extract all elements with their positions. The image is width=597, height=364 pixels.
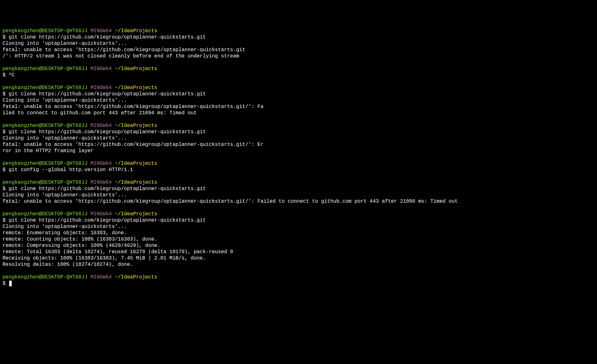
prompt-path: ~/IdeaProjects bbox=[115, 85, 157, 91]
prompt-symbol: $ bbox=[3, 129, 6, 135]
output-line: Cloning into 'optaplanner-quickstarts'..… bbox=[3, 192, 594, 198]
output-line: remote: Enumerating objects: 16383, done… bbox=[3, 230, 594, 236]
prompt-mingw: MINGW64 bbox=[90, 28, 112, 34]
prompt-user-host: pengkangzhen@DESKTOP-QHT68JJ bbox=[3, 85, 88, 91]
prompt-user-host: pengkangzhen@DESKTOP-QHT68JJ bbox=[3, 161, 88, 166]
cursor bbox=[9, 281, 12, 286]
command-text: git clone https://github.com/kiegroup/op… bbox=[9, 91, 206, 97]
prompt-user-host: pengkangzhen@DESKTOP-QHT68JJ bbox=[3, 180, 88, 185]
output-line: remote: Total 16383 (delta 10274), reuse… bbox=[3, 249, 594, 255]
prompt-symbol: $ bbox=[3, 91, 6, 97]
command-text: git clone https://github.com/kiegroup/op… bbox=[9, 34, 206, 40]
output-line: remote: Counting objects: 100% (16383/16… bbox=[3, 236, 594, 242]
command-line: $ git clone https://github.com/kiegroup/… bbox=[3, 34, 594, 40]
output-line: ror in the HTTP2 framing layer bbox=[3, 148, 594, 154]
command-line: $ ^C bbox=[3, 72, 594, 78]
prompt-mingw: MINGW64 bbox=[90, 66, 112, 72]
command-text: ^C bbox=[9, 72, 15, 78]
output-line: Cloning into 'optaplanner-quickstarts'..… bbox=[3, 135, 594, 141]
prompt-symbol: $ bbox=[3, 34, 6, 40]
prompt-mingw: MINGW64 bbox=[90, 161, 112, 166]
prompt-path: ~/IdeaProjects bbox=[115, 123, 157, 128]
prompt-user-host: pengkangzhen@DESKTOP-QHT68JJ bbox=[3, 66, 88, 72]
output-line: fatal: unable to access 'https://github.… bbox=[3, 104, 594, 110]
prompt-path: ~/IdeaProjects bbox=[115, 66, 157, 72]
output-line: Cloning into 'optaplanner-quickstarts'..… bbox=[3, 224, 594, 230]
output-line: remote: Compressing objects: 100% (4629/… bbox=[3, 242, 594, 249]
blank-line bbox=[3, 173, 594, 179]
output-line: fatal: unable to access 'https://github.… bbox=[3, 47, 594, 53]
prompt-path: ~/IdeaProjects bbox=[115, 274, 157, 280]
command-line: $ git config --global http.version HTTP/… bbox=[3, 167, 594, 173]
command-text: git config --global http.version HTTP/1.… bbox=[9, 167, 133, 173]
prompt-line: pengkangzhen@DESKTOP-QHT68JJ MINGW64 ~/I… bbox=[3, 274, 594, 280]
command-text: git clone https://github.com/kiegroup/op… bbox=[9, 186, 206, 192]
prompt-symbol: $ bbox=[3, 167, 6, 173]
prompt-mingw: MINGW64 bbox=[90, 274, 112, 280]
output-line: fatal: unable to access 'https://github.… bbox=[3, 198, 594, 205]
prompt-line: pengkangzhen@DESKTOP-QHT68JJ MINGW64 ~/I… bbox=[3, 179, 594, 186]
blank-line bbox=[3, 154, 594, 160]
prompt-symbol: $ bbox=[3, 218, 6, 223]
command-line: $ git clone https://github.com/kiegroup/… bbox=[3, 186, 594, 192]
command-line: $ git clone https://github.com/kiegroup/… bbox=[3, 91, 594, 97]
output-line: Resolving deltas: 100% (10274/10274), do… bbox=[3, 261, 594, 268]
prompt-path: ~/IdeaProjects bbox=[115, 28, 157, 34]
prompt-symbol: $ bbox=[3, 72, 6, 78]
prompt-mingw: MINGW64 bbox=[90, 123, 112, 128]
prompt-path: ~/IdeaProjects bbox=[115, 180, 157, 185]
prompt-line: pengkangzhen@DESKTOP-QHT68JJ MINGW64 ~/I… bbox=[3, 66, 594, 72]
prompt-symbol: $ bbox=[3, 281, 6, 286]
current-input-line[interactable]: $ bbox=[3, 280, 594, 287]
blank-line bbox=[3, 78, 594, 85]
prompt-line: pengkangzhen@DESKTOP-QHT68JJ MINGW64 ~/I… bbox=[3, 122, 594, 129]
command-text: git clone https://github.com/kiegroup/op… bbox=[9, 218, 206, 223]
output-line: Cloning into 'optaplanner-quickstarts'..… bbox=[3, 40, 594, 47]
output-line: Receiving objects: 100% (16383/16383), 7… bbox=[3, 255, 594, 261]
blank-line bbox=[3, 59, 594, 66]
output-line: iled to connect to github.com port 443 a… bbox=[3, 110, 594, 116]
command-line: $ git clone https://github.com/kiegroup/… bbox=[3, 217, 594, 224]
prompt-mingw: MINGW64 bbox=[90, 180, 112, 185]
prompt-user-host: pengkangzhen@DESKTOP-QHT68JJ bbox=[3, 123, 88, 128]
prompt-line: pengkangzhen@DESKTOP-QHT68JJ MINGW64 ~/I… bbox=[3, 211, 594, 217]
command-line: $ git clone https://github.com/kiegroup/… bbox=[3, 129, 594, 135]
output-line: Cloning into 'optaplanner-quickstarts'..… bbox=[3, 97, 594, 104]
blank-line bbox=[3, 268, 594, 274]
prompt-line: pengkangzhen@DESKTOP-QHT68JJ MINGW64 ~/I… bbox=[3, 85, 594, 91]
command-text: git clone https://github.com/kiegroup/op… bbox=[9, 129, 206, 135]
prompt-path: ~/IdeaProjects bbox=[115, 161, 157, 166]
blank-line bbox=[3, 116, 594, 122]
terminal-output[interactable]: pengkangzhen@DESKTOP-QHT68JJ MINGW64 ~/I… bbox=[3, 28, 594, 287]
prompt-user-host: pengkangzhen@DESKTOP-QHT68JJ bbox=[3, 28, 88, 34]
blank-line bbox=[3, 205, 594, 211]
prompt-path: ~/IdeaProjects bbox=[115, 211, 157, 217]
output-line: fatal: unable to access 'https://github.… bbox=[3, 141, 594, 148]
output-line: /': HTTP/2 stream 1 was not closed clean… bbox=[3, 53, 594, 59]
prompt-user-host: pengkangzhen@DESKTOP-QHT68JJ bbox=[3, 211, 88, 217]
prompt-line: pengkangzhen@DESKTOP-QHT68JJ MINGW64 ~/I… bbox=[3, 160, 594, 167]
prompt-user-host: pengkangzhen@DESKTOP-QHT68JJ bbox=[3, 274, 88, 280]
prompt-symbol: $ bbox=[3, 186, 6, 192]
prompt-mingw: MINGW64 bbox=[90, 211, 112, 217]
prompt-mingw: MINGW64 bbox=[90, 85, 112, 91]
prompt-line: pengkangzhen@DESKTOP-QHT68JJ MINGW64 ~/I… bbox=[3, 28, 594, 34]
